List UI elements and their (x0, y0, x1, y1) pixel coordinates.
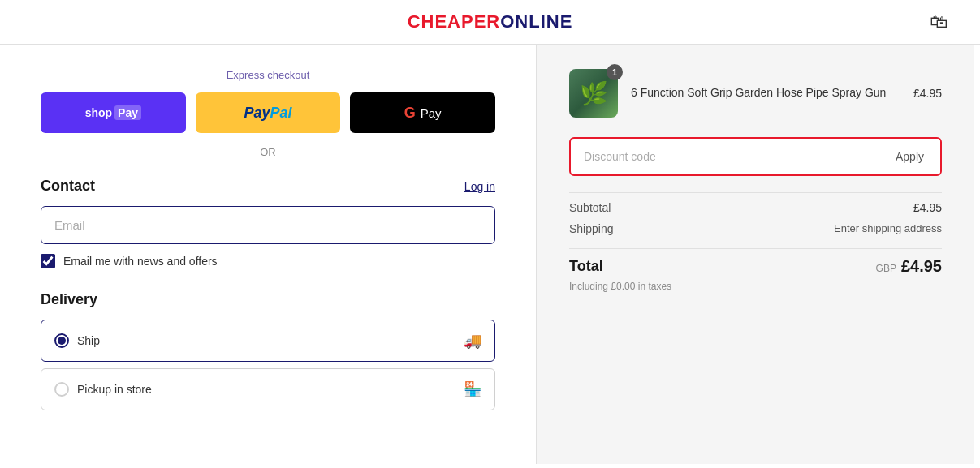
express-checkout-label: Express checkout (41, 69, 495, 81)
or-text: OR (260, 146, 276, 158)
right-panel: 🌿 1 6 Function Soft Grip Garden Hose Pip… (536, 45, 974, 464)
ship-option-left: Ship (54, 333, 100, 348)
logo-online: ONLINE (500, 11, 572, 32)
gpay-word: Pay (421, 106, 442, 120)
apply-button[interactable]: Apply (879, 139, 940, 174)
shipping-value: Enter shipping address (834, 222, 942, 235)
shipping-label: Shipping (569, 222, 614, 235)
shop-pay-shop-text: shop (85, 106, 112, 119)
pickup-icon: 🏪 (464, 380, 481, 398)
tax-note: Including £0.00 in taxes (569, 281, 942, 292)
subtotal-value: £4.95 (913, 201, 942, 214)
ship-option[interactable]: Ship 🚚 (41, 320, 495, 362)
total-currency: GBP (876, 263, 896, 274)
product-price: £4.95 (913, 87, 942, 100)
contact-title: Contact (41, 178, 95, 195)
shop-pay-button[interactable]: shop Pay (41, 92, 186, 133)
delivery-title: Delivery (41, 291, 495, 308)
ship-radio-dot (58, 337, 66, 345)
pickup-option[interactable]: Pickup in store 🏪 (41, 368, 495, 410)
ship-radio-circle (54, 333, 69, 348)
contact-section-header: Contact Log in (41, 178, 495, 195)
email-field[interactable] (41, 206, 495, 244)
subtotal-row: Subtotal £4.95 (569, 201, 942, 214)
shop-pay-pay-text: Pay (114, 105, 141, 120)
pickup-label: Pickup in store (77, 383, 152, 396)
pickup-option-left: Pickup in store (54, 382, 152, 397)
total-label: Total (569, 258, 603, 275)
total-row: Total GBP £4.95 (569, 257, 942, 276)
ship-icon: 🚚 (464, 332, 481, 350)
header: CHEAPERONLINE 🛍 (0, 0, 980, 45)
product-image-wrap: 🌿 1 (569, 69, 618, 118)
newsletter-checkbox[interactable] (41, 254, 55, 268)
left-panel: Express checkout shop Pay PayPal GPay OR (0, 45, 536, 464)
newsletter-label: Email me with news and offers (63, 255, 218, 268)
divider-2 (569, 248, 942, 249)
total-amount: £4.95 (901, 257, 942, 276)
divider-1 (569, 192, 942, 193)
logo: CHEAPERONLINE (408, 11, 573, 32)
gpay-button[interactable]: GPay (350, 92, 495, 133)
paypal-button[interactable]: PayPal (196, 92, 341, 133)
payment-buttons: shop Pay PayPal GPay (41, 92, 495, 133)
subtotal-label: Subtotal (569, 201, 611, 214)
discount-code-input[interactable] (571, 139, 879, 174)
newsletter-row: Email me with news and offers (41, 254, 495, 268)
ship-label: Ship (77, 334, 100, 347)
logo-cheaper: CHEAPER (408, 11, 501, 32)
g-letter-red: G (404, 105, 416, 122)
pickup-radio-circle (54, 382, 69, 397)
paypal-logo-text: PayPal (244, 105, 291, 122)
product-row: 🌿 1 6 Function Soft Grip Garden Hose Pip… (569, 69, 942, 118)
discount-box: Apply (569, 137, 942, 176)
login-link[interactable]: Log in (464, 180, 495, 193)
cart-icon[interactable]: 🛍 (930, 11, 948, 32)
shipping-row: Shipping Enter shipping address (569, 222, 942, 235)
main-layout: Express checkout shop Pay PayPal GPay OR (0, 45, 980, 464)
or-divider: OR (41, 146, 495, 158)
product-name: 6 Function Soft Grip Garden Hose Pipe Sp… (631, 85, 900, 101)
gpay-logo: GPay (404, 105, 442, 122)
total-right: GBP £4.95 (876, 257, 942, 276)
product-quantity-badge: 1 (607, 64, 623, 80)
